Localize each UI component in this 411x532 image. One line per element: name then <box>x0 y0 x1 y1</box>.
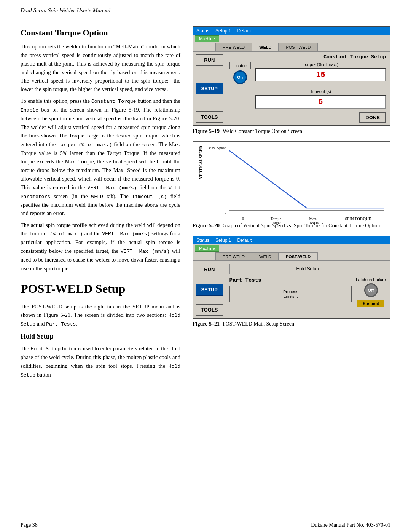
screen21-main: Hold Setup Part Tests ProcessLimits... <box>226 261 390 318</box>
process-limits-button[interactable]: ProcessLimits... <box>229 286 352 302</box>
chart-area: VERTICAL SPEED Max. Speed 0 <box>199 146 384 214</box>
screen-topbar: Status Setup 1 Default <box>193 27 390 35</box>
left-nav-buttons: RUN SETUP TOOLS <box>193 52 226 125</box>
fig21-num: Figure 5–21 <box>193 321 220 327</box>
footer-left: Page 38 <box>21 522 38 528</box>
figure-19-caption: Figure 5–19 Weld Constant Torque Option … <box>193 128 390 134</box>
suspect-badge: Suspect <box>357 300 384 307</box>
left21-nav-buttons: RUN SETUP TOOLS <box>193 261 226 318</box>
machine-button[interactable]: Machine <box>195 35 219 42</box>
figure-19-container: Status Setup 1 Default Machine PRE-WELD … <box>193 26 390 134</box>
topbar21-setup: Setup 1 <box>215 238 231 243</box>
post-weld-para-1: The POST-WELD setup is the right tab in … <box>21 302 180 329</box>
tools21-button[interactable]: TOOLS <box>196 304 223 316</box>
part-tests-left: Part Tests ProcessLimits... <box>229 277 352 302</box>
post-weld-heading: POST-WELD Setup <box>21 280 180 299</box>
tab21-weld[interactable]: WELD <box>252 252 279 260</box>
screen-tabs: PRE-WELD WELD POST-WELD <box>193 43 390 52</box>
part-tests-section: Part Tests ProcessLimits... Latch on Fai… <box>229 277 386 307</box>
fig20-num: Figure 5–20 <box>193 223 220 229</box>
tab21-postweld[interactable]: POST-WELD <box>279 252 318 260</box>
fig21-text: POST-WELD Main Setup Screen <box>223 321 294 327</box>
screen21-body-area: RUN SETUP TOOLS Hold Setup Part T <box>193 261 390 318</box>
screen-main: Constant Torque Setup Enable On Torque (… <box>226 52 390 125</box>
run21-button[interactable]: RUN <box>196 264 223 275</box>
x-torque-target-label: TorqueTarget <box>271 217 281 225</box>
part-tests-title: Part Tests <box>229 277 352 283</box>
tab-weld[interactable]: WELD <box>252 43 279 51</box>
enable-box: Enable On <box>229 62 251 84</box>
latch-label: Latch on Failure <box>356 277 386 282</box>
x-labels: 0 TorqueTarget Max.Torque SPIN TORQUE <box>229 217 384 225</box>
fig19-num: Figure 5–19 <box>193 128 220 134</box>
chart-plot: 0 TorqueTarget Max.Torque SPIN TORQUE <box>229 146 384 214</box>
timeout-value[interactable]: 5 <box>255 95 386 109</box>
tab-preweld[interactable]: PRE-WELD <box>215 43 252 51</box>
torque-value[interactable]: 15 <box>255 68 386 81</box>
screen21-tabs: PRE-WELD WELD POST-WELD <box>193 252 390 261</box>
hold-setup-para: The Hold Setup button is used to enter p… <box>21 344 180 379</box>
constant-torque-para-3: The actual spin torque profile achieved … <box>21 221 180 273</box>
page-header: Dual Servo Spin Welder User's Manual <box>0 0 411 17</box>
timeout-label: Timeout (s) <box>255 89 386 94</box>
topbar-status: Status <box>196 28 209 34</box>
figure-19-screen: Status Setup 1 Default Machine PRE-WELD … <box>193 26 390 126</box>
latch-section: Latch on Failure Off Suspect <box>356 277 386 307</box>
topbar-default: Default <box>237 28 252 34</box>
screen-content: Enable On Torque (% of max.) 15 Timeout … <box>229 62 386 109</box>
screen-title: Constant Torque Setup <box>229 54 386 60</box>
header-text: Dual Servo Spin Welder User's Manual <box>21 7 110 13</box>
figure-21-caption: Figure 5–21 POST-WELD Main Setup Screen <box>193 321 390 327</box>
tab-postweld[interactable]: POST-WELD <box>279 43 318 51</box>
tools-button[interactable]: TOOLS <box>196 111 223 123</box>
figure-20-container: VERTICAL SPEED Max. Speed 0 <box>193 141 390 229</box>
figure-20-chart: VERTICAL SPEED Max. Speed 0 <box>193 141 390 220</box>
x-spin-torque-label: SPIN TORQUE <box>345 217 371 225</box>
constant-torque-para-1: This option sets the welder to function … <box>21 42 180 94</box>
figure-21-container: Status Setup 1 Default Machine PRE-WELD … <box>193 236 390 327</box>
latch-circle[interactable]: Off <box>364 283 378 297</box>
y-max-label: Max. Speed <box>208 146 226 150</box>
right-column: Status Setup 1 Default Machine PRE-WELD … <box>193 26 390 382</box>
x-max-torque-label: Max.Torque <box>308 217 319 225</box>
hold-setup-button[interactable]: Hold Setup <box>229 264 386 274</box>
setup21-button[interactable]: SETUP <box>196 284 223 296</box>
y-labels: Max. Speed 0 <box>206 146 229 214</box>
screen-body-area: RUN SETUP TOOLS Constant Torque Setup En… <box>193 52 390 125</box>
screen21-topbar: Status Setup 1 Default <box>193 236 390 244</box>
page-footer: Page 38 Dukane Manual Part No. 403-570-0… <box>0 518 411 532</box>
topbar21-status: Status <box>196 238 209 243</box>
machine21-button[interactable]: Machine <box>195 245 219 252</box>
footer-right: Dukane Manual Part No. 403-570-01 <box>311 522 390 528</box>
setup-button[interactable]: SETUP <box>196 83 223 94</box>
done-button[interactable]: DONE <box>359 112 386 123</box>
tab21-preweld[interactable]: PRE-WELD <box>215 252 252 260</box>
y-zero-label: 0 <box>225 210 226 214</box>
constant-torque-para-2: To enable this option, press the Constan… <box>21 97 180 218</box>
topbar21-default: Default <box>237 238 252 243</box>
enable-label[interactable]: Enable <box>229 62 251 69</box>
enable-circle[interactable]: On <box>233 70 247 84</box>
torque-label: Torque (% of max.) <box>255 62 386 67</box>
chart-svg <box>229 146 384 214</box>
constant-torque-heading: Constant Torque Option <box>21 26 180 39</box>
run-button[interactable]: RUN <box>196 54 223 66</box>
hold-setup-heading: Hold Setup <box>21 331 180 342</box>
torque-field: Torque (% of max.) 15 Timeout (s) 5 <box>255 62 386 109</box>
screen-bottom-bar: DONE <box>229 110 386 123</box>
y-axis-section: VERTICAL SPEED <box>199 146 206 214</box>
x-zero-label: 0 <box>242 217 244 225</box>
figure-21-screen: Status Setup 1 Default Machine PRE-WELD … <box>193 236 390 319</box>
left-column: Constant Torque Option This option sets … <box>21 26 180 382</box>
topbar-setup: Setup 1 <box>215 28 231 34</box>
y-axis-title: VERTICAL SPEED <box>199 146 203 179</box>
fig19-text: Weld Constant Torque Option Screen <box>223 128 302 134</box>
